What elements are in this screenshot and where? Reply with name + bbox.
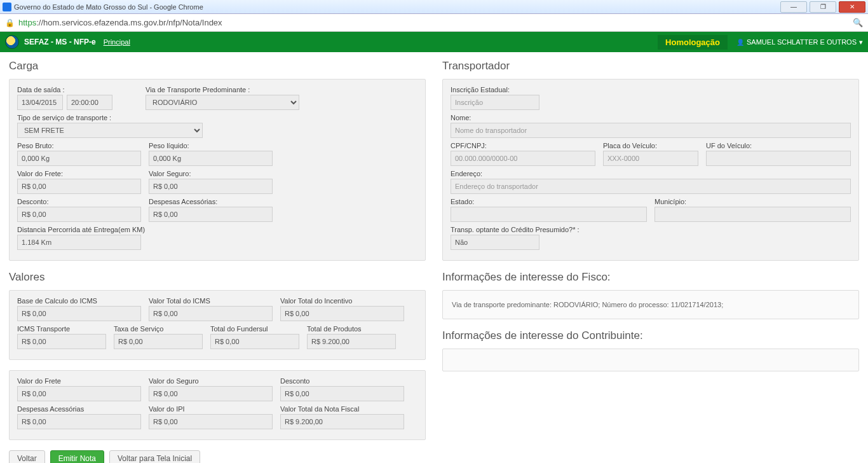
input-v2-frete[interactable] bbox=[17, 386, 141, 401]
window-favicon bbox=[3, 3, 11, 11]
label-municipio: Município: bbox=[654, 198, 851, 205]
voltar-button[interactable]: Voltar bbox=[9, 450, 45, 463]
input-placa[interactable] bbox=[603, 151, 698, 166]
label-icms-transp: ICMS Transporte bbox=[17, 325, 106, 333]
input-uf[interactable] bbox=[706, 151, 851, 166]
input-data-saida-date[interactable] bbox=[17, 95, 63, 110]
user-name: SAMUEL SCHLATTER E OUTROS bbox=[747, 38, 857, 46]
panel-valores-2: Valor do Frete Valor do Seguro Desconto … bbox=[9, 370, 426, 440]
label-v2-ipi: Valor do IPI bbox=[149, 405, 273, 413]
input-endereco[interactable] bbox=[451, 179, 851, 194]
label-peso-bruto: Peso Bruto: bbox=[17, 142, 141, 149]
input-v2-desconto[interactable] bbox=[280, 386, 404, 401]
voltar-inicial-button[interactable]: Voltar para Tela Inicial bbox=[109, 450, 200, 463]
input-v2-despesas[interactable] bbox=[17, 414, 141, 429]
input-peso-bruto[interactable] bbox=[17, 151, 141, 166]
label-despesas: Despesas Acessórias: bbox=[149, 198, 273, 205]
label-total-incentivo: Valor Total do Incentivo bbox=[280, 297, 404, 305]
label-credito: Transp. optante do Crédito Presumido?* : bbox=[451, 226, 580, 233]
input-v2-total-nf[interactable] bbox=[280, 414, 404, 429]
label-desconto: Desconto: bbox=[17, 198, 141, 205]
panel-valores-1: Base de Calculo do ICMS Valor Total do I… bbox=[9, 290, 426, 360]
label-data-saida: Data de saída : bbox=[17, 86, 112, 93]
input-nome[interactable] bbox=[451, 123, 851, 138]
section-transportador-title: Transportador bbox=[442, 60, 859, 73]
window-minimize-button[interactable]: — bbox=[780, 1, 807, 13]
window-titlebar: Governo do Estado de Mato Grosso do Sul … bbox=[0, 0, 868, 14]
browser-url-bar[interactable]: 🔒 https://hom.servicos.efazenda.ms.gov.b… bbox=[0, 14, 868, 32]
input-total-fundersul[interactable] bbox=[210, 334, 299, 349]
emitir-nota-button[interactable]: Emitir Nota bbox=[50, 450, 104, 463]
input-estado[interactable] bbox=[451, 207, 647, 222]
section-contrib-title: Informações de interesse do Contribuinte… bbox=[442, 329, 859, 342]
fisco-text: Via de transporte predominante: RODOVIÁR… bbox=[451, 297, 851, 312]
input-distancia[interactable] bbox=[17, 235, 141, 250]
panel-transportador: Inscrição Estadual: Nome: CPF/CNPJ: Plac… bbox=[442, 79, 859, 261]
user-menu[interactable]: 👤 SAMUEL SCHLATTER E OUTROS ▾ bbox=[736, 38, 863, 46]
select-via-transporte[interactable]: RODOVIÁRIO bbox=[146, 95, 299, 110]
input-peso-liquido[interactable] bbox=[149, 151, 273, 166]
input-desconto[interactable] bbox=[17, 207, 141, 222]
section-valores-title: Valores bbox=[9, 271, 426, 284]
label-cpf: CPF/CNPJ: bbox=[451, 142, 595, 149]
label-base-icms: Base de Calculo do ICMS bbox=[17, 297, 141, 305]
app-brand: SEFAZ - MS - NFP-e bbox=[24, 38, 96, 46]
input-data-saida-time[interactable] bbox=[67, 95, 112, 110]
label-nome: Nome: bbox=[451, 114, 851, 121]
label-ie: Inscrição Estadual: bbox=[451, 86, 851, 93]
label-placa: Placa do Veículo: bbox=[603, 142, 698, 149]
search-icon[interactable]: 🔍 bbox=[853, 18, 863, 27]
panel-carga: Data de saída : Via de Transporte Predom… bbox=[9, 79, 426, 261]
panel-contrib bbox=[442, 349, 859, 371]
env-badge-homolog: Homologação bbox=[658, 35, 728, 50]
url-scheme: https bbox=[18, 18, 36, 27]
label-tipo-servico: Tipo de serviço de transporte : bbox=[17, 114, 417, 121]
nav-principal[interactable]: Principal bbox=[104, 38, 130, 46]
label-total-produtos: Total de Produtos bbox=[307, 325, 396, 333]
label-endereco: Endereço: bbox=[451, 170, 851, 177]
url-path: ://hom.servicos.efazenda.ms.gov.br/nfp/N… bbox=[36, 18, 222, 27]
input-taxa-servico[interactable] bbox=[114, 334, 203, 349]
input-base-icms[interactable] bbox=[17, 306, 141, 321]
label-v2-despesas: Despesas Acessórias bbox=[17, 405, 141, 413]
input-ie[interactable] bbox=[451, 95, 539, 110]
input-municipio[interactable] bbox=[654, 207, 851, 222]
input-total-icms[interactable] bbox=[149, 306, 273, 321]
section-fisco-title: Informações de interesse do Fisco: bbox=[442, 271, 859, 284]
chevron-down-icon: ▾ bbox=[859, 38, 863, 46]
section-carga-title: Carga bbox=[9, 60, 426, 73]
app-logo-icon bbox=[5, 35, 19, 49]
input-v2-ipi[interactable] bbox=[149, 414, 273, 429]
window-close-button[interactable]: ✕ bbox=[839, 1, 865, 13]
user-icon: 👤 bbox=[736, 39, 744, 46]
window-title: Governo do Estado de Mato Grosso do Sul … bbox=[14, 3, 780, 11]
label-total-icms: Valor Total do ICMS bbox=[149, 297, 273, 305]
app-header: SEFAZ - MS - NFP-e Principal Homologação… bbox=[0, 32, 868, 52]
input-credito[interactable] bbox=[451, 235, 539, 250]
input-icms-transp[interactable] bbox=[17, 334, 106, 349]
select-tipo-servico[interactable]: SEM FRETE bbox=[17, 123, 203, 138]
label-distancia: Distancia Percorrida até Entrega(em KM) bbox=[17, 226, 417, 233]
lock-icon: 🔒 bbox=[5, 18, 15, 27]
input-valor-seguro[interactable] bbox=[149, 179, 273, 194]
label-v2-seguro: Valor do Seguro bbox=[149, 377, 273, 385]
label-valor-frete: Valor do Frete: bbox=[17, 170, 141, 177]
label-v2-frete: Valor do Frete bbox=[17, 377, 141, 385]
label-v2-desconto: Desconto bbox=[280, 377, 404, 385]
label-taxa-servico: Taxa de Serviço bbox=[114, 325, 203, 333]
window-maximize-button[interactable]: ❐ bbox=[810, 1, 836, 13]
label-valor-seguro: Valor Seguro: bbox=[149, 170, 273, 177]
label-estado: Estado: bbox=[451, 198, 647, 205]
input-valor-frete[interactable] bbox=[17, 179, 141, 194]
input-total-incentivo[interactable] bbox=[280, 306, 404, 321]
input-v2-seguro[interactable] bbox=[149, 386, 273, 401]
label-v2-total-nf: Valor Total da Nota Fiscal bbox=[280, 405, 404, 413]
label-via-transporte: Via de Transporte Predominante : bbox=[146, 86, 299, 93]
label-uf: UF do Veículo: bbox=[706, 142, 851, 149]
label-peso-liquido: Peso líquido: bbox=[149, 142, 273, 149]
input-total-produtos[interactable] bbox=[307, 334, 396, 349]
input-cpf[interactable] bbox=[451, 151, 595, 166]
panel-fisco: Via de transporte predominante: RODOVIÁR… bbox=[442, 290, 859, 319]
input-despesas[interactable] bbox=[149, 207, 273, 222]
label-total-fundersul: Total do Fundersul bbox=[210, 325, 299, 333]
